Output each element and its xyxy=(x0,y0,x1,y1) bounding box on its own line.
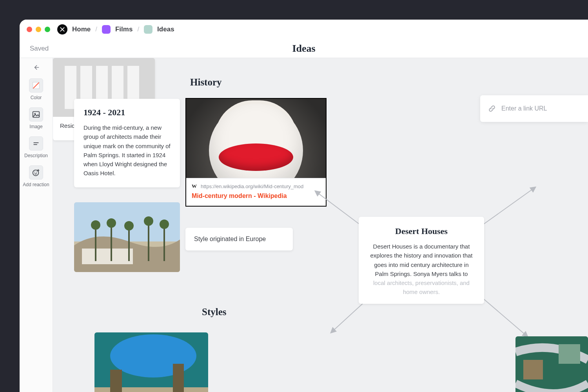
wiki-link-card[interactable]: W https://en.wikipedia.org/wiki/Mid-cent… xyxy=(185,98,327,207)
text-lines-icon xyxy=(32,139,40,148)
desert-body-main: Desert Houses is a documentary that expl… xyxy=(370,243,473,277)
tool-rail: Color Image Description xyxy=(20,58,53,392)
ideas-collection-icon xyxy=(144,25,152,34)
desert-heading: Desert Houses xyxy=(369,226,474,236)
rail-item-image[interactable]: Image xyxy=(29,107,43,129)
svg-rect-29 xyxy=(110,370,122,392)
aerial-photo[interactable] xyxy=(515,336,588,392)
window-close-button[interactable] xyxy=(27,27,32,32)
style-origin-note[interactable]: Style originated in Europe xyxy=(185,228,293,250)
wikipedia-favicon-icon: W xyxy=(192,183,197,189)
svg-point-17 xyxy=(91,220,100,230)
desert-houses-card[interactable]: Desert Houses Desert Houses is a documen… xyxy=(359,217,484,304)
color-tool-button[interactable] xyxy=(29,78,43,93)
style-origin-text: Style originated in Europe xyxy=(194,236,266,242)
svg-rect-30 xyxy=(173,364,184,392)
svg-point-19 xyxy=(124,221,134,230)
section-heading-styles: Styles xyxy=(202,307,227,318)
rail-label-image: Image xyxy=(29,124,42,129)
app-logo xyxy=(57,24,67,34)
link-icon xyxy=(488,105,496,113)
svg-line-23 xyxy=(480,187,535,227)
rail-item-color[interactable]: Color xyxy=(29,78,43,100)
breadcrumb-ideas[interactable]: Ideas xyxy=(157,25,174,33)
history-body: During the mid-century, a new group of a… xyxy=(83,123,171,178)
breadcrumb-separator: / xyxy=(95,25,97,33)
image-icon xyxy=(32,110,40,119)
aerial-photo-icon xyxy=(515,336,588,392)
description-tool-button[interactable] xyxy=(29,136,43,151)
rail-label-add-reaction: Add reaction xyxy=(23,182,49,187)
link-url-input[interactable]: Enter a link URL xyxy=(480,95,588,122)
wiki-meta: W https://en.wikipedia.org/wiki/Mid-cent… xyxy=(186,178,326,206)
connector-arrow-icon xyxy=(476,183,539,230)
history-heading: 1924 - 2021 xyxy=(83,107,171,118)
svg-point-21 xyxy=(160,220,169,229)
svg-point-7 xyxy=(34,172,35,172)
history-text-card[interactable]: 1924 - 2021 During the mid-century, a ne… xyxy=(74,99,180,187)
wiki-preview-image xyxy=(186,99,326,178)
svg-rect-11 xyxy=(82,249,133,264)
rail-label-color: Color xyxy=(31,95,42,100)
window-minimize-button[interactable] xyxy=(36,27,41,32)
svg-point-20 xyxy=(144,216,153,226)
svg-rect-42 xyxy=(559,344,580,364)
window-zoom-button[interactable] xyxy=(45,27,50,32)
breadcrumb-films[interactable]: Films xyxy=(115,25,132,33)
breadcrumb-separator: / xyxy=(137,25,139,33)
svg-point-6 xyxy=(33,170,39,176)
style-photo-1-icon xyxy=(94,332,208,392)
page-title: Ideas xyxy=(292,43,315,54)
image-tool-button[interactable] xyxy=(29,107,43,122)
desert-body-faded: local architects, preservationists, and … xyxy=(373,279,470,295)
save-status: Saved xyxy=(30,45,49,53)
app-logo-icon xyxy=(60,27,65,32)
palm-springs-photo-icon xyxy=(74,202,180,272)
svg-point-18 xyxy=(107,218,116,228)
smile-plus-icon xyxy=(32,168,40,177)
back-arrow-icon[interactable] xyxy=(32,64,40,71)
traffic-lights xyxy=(27,27,50,32)
titlebar: Home / Films / Ideas xyxy=(20,20,588,39)
rail-item-add-reaction[interactable]: Add reaction xyxy=(23,165,49,187)
breadcrumb-home[interactable]: Home xyxy=(72,25,91,33)
app-window: Home / Films / Ideas Saved Ideas Color xyxy=(20,20,588,392)
rail-item-description[interactable]: Description xyxy=(24,136,48,158)
films-collection-icon xyxy=(102,25,111,34)
palm-springs-photo[interactable] xyxy=(74,202,180,272)
rail-label-description: Description xyxy=(24,153,48,158)
wiki-title[interactable]: Mid-century modern - Wikipedia xyxy=(192,192,320,200)
color-swatch-icon xyxy=(32,81,40,90)
add-reaction-button[interactable] xyxy=(29,165,43,180)
section-heading-history: History xyxy=(190,77,222,88)
svg-point-8 xyxy=(36,172,37,172)
breadcrumb: Home / Films / Ideas xyxy=(72,25,174,34)
svg-rect-41 xyxy=(523,360,543,379)
canvas[interactable]: History 1924 - 2021 During the mid-centu… xyxy=(53,58,588,392)
subheader: Saved Ideas xyxy=(20,39,588,58)
wiki-url: https://en.wikipedia.org/wiki/Mid-centur… xyxy=(201,183,303,189)
link-url-placeholder: Enter a link URL xyxy=(501,105,547,112)
style-photo-1[interactable] xyxy=(94,332,208,392)
